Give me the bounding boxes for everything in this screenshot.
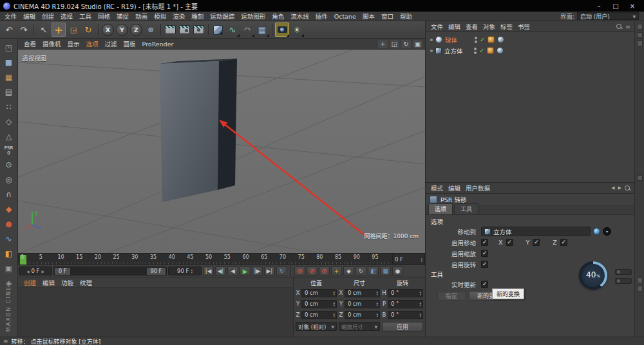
cube-object[interactable] (160, 59, 237, 202)
tab-tool[interactable]: 工具 (454, 203, 478, 214)
render-settings-button[interactable] (193, 25, 204, 34)
toggle-views-icon[interactable]: ▣ (413, 40, 422, 48)
enable-move-checkbox[interactable]: ✓ (481, 239, 488, 246)
menu-edit[interactable]: 编辑 (20, 12, 39, 21)
vp-menu-filter[interactable]: 过滤 (102, 39, 120, 48)
live-selection-button[interactable]: ↖ (37, 23, 51, 37)
minimize-button[interactable]: – (591, 1, 607, 11)
record-position-toggle[interactable]: + (331, 266, 342, 276)
position-y-field[interactable]: 0 cm▴▾ (301, 300, 337, 308)
play-backwards-button[interactable]: ◀ (227, 266, 238, 276)
interface-dropdown[interactable]: 启动 (用户) ▼ (577, 12, 639, 20)
vp-menu-options[interactable]: 选项 (83, 39, 102, 48)
dock-tab-icon[interactable] (637, 24, 643, 30)
light-button[interactable]: ☀ (290, 23, 304, 37)
assign-button[interactable]: 指定 (437, 291, 466, 301)
menu-octane[interactable]: Octane (331, 13, 359, 20)
vp-menu-view[interactable]: 查看 (21, 39, 39, 48)
texture-tag-icon[interactable] (488, 36, 495, 43)
om-menu-edit[interactable]: 编辑 (446, 22, 463, 31)
frame-start-field[interactable]: ◀ 0 F ▶ (19, 266, 52, 275)
menu-character[interactable]: 角色 (269, 12, 287, 21)
dock-tab-icon[interactable] (637, 286, 643, 292)
om-menu-view[interactable]: 查看 (463, 22, 480, 31)
timeline-ruler[interactable]: 0 5 10 15 20 25 30 35 40 45 50 55 60 65 … (18, 253, 393, 265)
coordinate-mode-dropdown[interactable]: 对象 (相对)▼ (296, 322, 337, 331)
undo-button[interactable]: ↶ (2, 23, 16, 37)
menu-create[interactable]: 创建 (39, 12, 57, 21)
tab-options[interactable]: 选项 (428, 203, 453, 214)
prev-key-button[interactable]: ◀| (215, 266, 226, 276)
object-name[interactable]: 立方体 (444, 46, 466, 55)
rotate-tool-button[interactable]: ↻ (81, 23, 95, 37)
spin-down-icon[interactable]: ▾ (191, 271, 193, 274)
maximize-button[interactable]: □ (607, 1, 624, 11)
enable-rotate-checkbox[interactable]: ✓ (481, 261, 488, 268)
menu-pipeline[interactable]: 流水线 (287, 12, 312, 21)
mat-menu-function[interactable]: 功能 (58, 278, 77, 287)
enabled-check-icon[interactable]: ✓ (480, 36, 485, 43)
polygons-mode-icon[interactable]: △ (3, 131, 15, 142)
primitive-cube-button[interactable] (213, 25, 223, 35)
range-end-grip[interactable]: 90 F (147, 268, 166, 275)
size-x-field[interactable]: 0 cm▴▾ (345, 289, 380, 297)
frame-end-field[interactable]: 90 F ▴▾ (168, 266, 202, 275)
dock-tab-icon[interactable] (637, 32, 643, 38)
phong-tag-icon[interactable] (497, 47, 504, 54)
move-tool-button[interactable]: + (52, 23, 66, 37)
make-editable-icon[interactable]: ◳ (3, 42, 15, 53)
om-menu-tags[interactable]: 标签 (498, 22, 515, 31)
vp-menu-cameras[interactable]: 摄像机 (39, 39, 64, 48)
menu-sculpt[interactable]: 雕刻 (188, 12, 207, 21)
snapping-icon[interactable]: ∩ (3, 189, 15, 200)
menu-script[interactable]: 脚本 (359, 12, 378, 21)
menu-tools[interactable]: 工具 (76, 12, 95, 21)
material-list-area[interactable] (18, 288, 293, 337)
menu-mograph[interactable]: 运动图形 (238, 12, 269, 21)
texture-tag-icon[interactable] (487, 47, 494, 54)
rotation-p-field[interactable]: 0 °▴▾ (388, 300, 423, 308)
loop-mode-button[interactable]: ↻ (276, 266, 287, 276)
sphere-tool-icon[interactable]: ● (3, 218, 15, 230)
z-axis-checkbox[interactable]: ✓ (560, 239, 567, 246)
next-key-button[interactable]: |▶ (252, 266, 263, 276)
workplane-mode-icon[interactable]: ▤ (3, 86, 15, 98)
rotation-h-field[interactable]: 0 °▴▾ (388, 289, 423, 297)
record-parameter-toggle[interactable]: ◧ (368, 266, 379, 276)
render-view-button[interactable] (165, 25, 176, 34)
move-to-link-field[interactable]: 立方体 (481, 227, 591, 236)
apply-button[interactable]: 应用 (382, 322, 423, 331)
menu-window[interactable]: 窗口 (378, 12, 397, 21)
dock-tab-icon[interactable] (637, 175, 643, 181)
history-forward-icon[interactable]: ▶ (618, 185, 621, 191)
arrow-left-icon[interactable]: ◀ (26, 269, 30, 274)
record-pla-toggle[interactable]: ▦ (380, 266, 391, 276)
sound-toggle[interactable]: ● (392, 266, 403, 276)
enable-axis-icon[interactable]: ⊙ (3, 159, 15, 171)
redo-button[interactable]: ↷ (17, 23, 31, 37)
menu-snap[interactable]: 捕捉 (113, 12, 132, 21)
sculpt-icon[interactable]: ∿ (3, 233, 15, 245)
dolly-view-icon[interactable]: ◲ (390, 40, 399, 48)
preview-range-slider[interactable]: 0 F 90 F (53, 266, 167, 275)
points-mode-icon[interactable]: ∷ (3, 101, 15, 113)
history-back-icon[interactable]: ◀ (611, 185, 614, 191)
viewport-solo-icon[interactable]: ◎ (3, 174, 15, 185)
arrow-right-icon[interactable]: ▶ (42, 269, 45, 274)
texture-mode-icon[interactable]: ▦ (3, 71, 15, 83)
enabled-check-icon[interactable]: ✓ (479, 47, 484, 54)
lock-x-axis-button[interactable]: X (102, 24, 114, 36)
object-link-icon[interactable] (593, 228, 600, 235)
coordinate-system-button[interactable]: ⊕ (144, 23, 158, 37)
play-button[interactable]: ▶ (240, 266, 251, 276)
menu-plugins[interactable]: 插件 (312, 12, 331, 21)
freehand-spline-button[interactable]: ∿ (225, 23, 240, 37)
mat-menu-edit[interactable]: 编辑 (39, 278, 58, 287)
pan-view-icon[interactable]: + (378, 40, 388, 48)
goto-end-button[interactable]: ▶| (264, 266, 275, 276)
rotation-b-field[interactable]: 0 °▴▾ (388, 311, 423, 319)
keyframe-selection-button[interactable]: ⊘ (319, 266, 330, 276)
dock-tab-icon[interactable] (637, 277, 643, 283)
tweak-mode-icon[interactable]: ◆ (3, 203, 15, 215)
orbit-view-icon[interactable]: ↻ (401, 40, 411, 48)
